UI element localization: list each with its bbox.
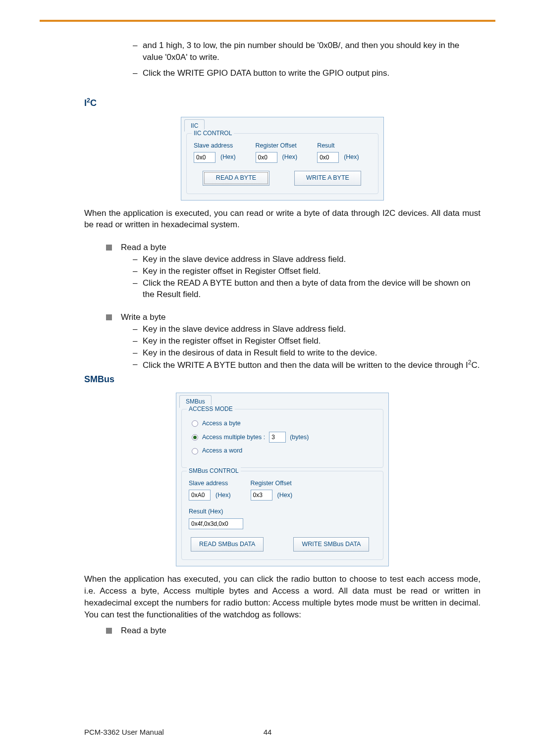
smbus-control-group: SMBus CONTROL Slave address 0xA0 (Hex) R…	[181, 471, 383, 560]
iic-result-label: Result	[317, 142, 359, 151]
radio-multi-label: Access multiple bytes :	[202, 433, 265, 442]
iic-slave-input[interactable]: 0x0	[194, 152, 215, 163]
smbus-reg-label: Register Offset	[251, 479, 293, 488]
smbus-slave-hex: (Hex)	[215, 491, 231, 500]
write-byte-heading: Write a byte	[104, 311, 481, 323]
iic-reg-hex: (Hex)	[282, 153, 298, 162]
smbus-figure: SMBus ACCESS MODE Access a byte Access m…	[176, 393, 389, 567]
read-byte-button[interactable]: READ A BYTE	[203, 171, 269, 186]
smbus-reg-input[interactable]: 0x3	[251, 490, 272, 501]
iic-reg-label: Register Offset	[256, 142, 298, 151]
iic-reg-input[interactable]: 0x0	[256, 152, 277, 163]
radio-byte-label: Access a byte	[202, 419, 241, 428]
footer-page: 44	[264, 728, 272, 736]
radio-access-multi[interactable]	[192, 434, 198, 441]
write-item-a: Key in the slave device address in Slave…	[129, 323, 481, 335]
i2c-head-b: 2	[87, 97, 90, 104]
final-read-byte: Read a byte	[104, 625, 481, 637]
write-byte-button[interactable]: WRITE A BYTE	[294, 171, 361, 186]
radio-word-label: Access a word	[202, 447, 242, 455]
smbus-result-label: Result (Hex)	[189, 507, 376, 516]
bytes-label: (bytes)	[290, 433, 309, 442]
i2c-heading: I2C	[84, 97, 481, 109]
read-item-b: Key in the register offset in Register O…	[129, 265, 481, 277]
intro-bullet-1: and 1 high, 3 to low, the pin number sho…	[129, 40, 481, 63]
smbus-intro-text: When the application has executed, you c…	[84, 573, 481, 620]
iic-result-input[interactable]: 0x0	[317, 152, 339, 163]
iic-control-group: IIC CONTROL Slave address 0x0 (Hex) Regi…	[186, 133, 378, 194]
i2c-intro-text: When the application is executed, you ca…	[84, 207, 481, 231]
i2c-head-c: C	[90, 98, 97, 108]
smbus-heading: SMBus	[84, 373, 481, 386]
radio-access-word[interactable]	[192, 448, 198, 454]
read-item-c: Click the READ A BYTE button and then a …	[129, 277, 481, 301]
iic-group-title: IIC CONTROL	[192, 129, 234, 138]
main-content: and 1 high, 3 to low, the pin number sho…	[84, 40, 481, 636]
read-byte-heading: Read a byte	[104, 242, 481, 253]
write-smbus-button[interactable]: WRITE SMBus DATA	[293, 537, 369, 552]
smbus-ctrl-title: SMBus CONTROL	[187, 467, 241, 475]
radio-access-byte[interactable]	[192, 420, 198, 427]
write-item-b: Key in the register offset in Register O…	[129, 335, 481, 347]
smbus-mode-title: ACCESS MODE	[187, 405, 235, 413]
read-item-a: Key in the slave device address in Slave…	[129, 253, 481, 265]
smbus-result-input[interactable]: 0x4f,0x3d,0x0	[189, 518, 243, 529]
intro-bullet-2: Click the WRITE GPIO DATA button to writ…	[129, 67, 481, 79]
footer: PCM-3362 User Manual 44	[84, 728, 451, 736]
iic-slave-hex: (Hex)	[220, 153, 236, 162]
smbus-slave-label: Slave address	[189, 479, 231, 488]
read-smbus-button[interactable]: READ SMBus DATA	[191, 537, 264, 552]
top-border	[40, 20, 495, 22]
smbus-slave-input[interactable]: 0xA0	[189, 490, 211, 501]
multi-bytes-input[interactable]: 3	[269, 432, 286, 443]
write-item-d-a: Click the WRITE A BYTE button and then t…	[143, 360, 468, 370]
iic-result-hex: (Hex)	[344, 153, 359, 162]
write-item-d-c: C.	[471, 360, 480, 370]
iic-slave-label: Slave address	[194, 142, 236, 151]
write-item-d: Click the WRITE A BYTE button and then t…	[129, 358, 481, 371]
write-item-c: Key in the desirous of data in Result fi…	[129, 347, 481, 359]
footer-left: PCM-3362 User Manual	[84, 728, 164, 736]
smbus-access-mode-group: ACCESS MODE Access a byte Access multipl…	[181, 409, 383, 468]
smbus-reg-hex: (Hex)	[277, 491, 293, 500]
iic-figure: IIC IIC CONTROL Slave address 0x0 (Hex) …	[181, 117, 384, 201]
